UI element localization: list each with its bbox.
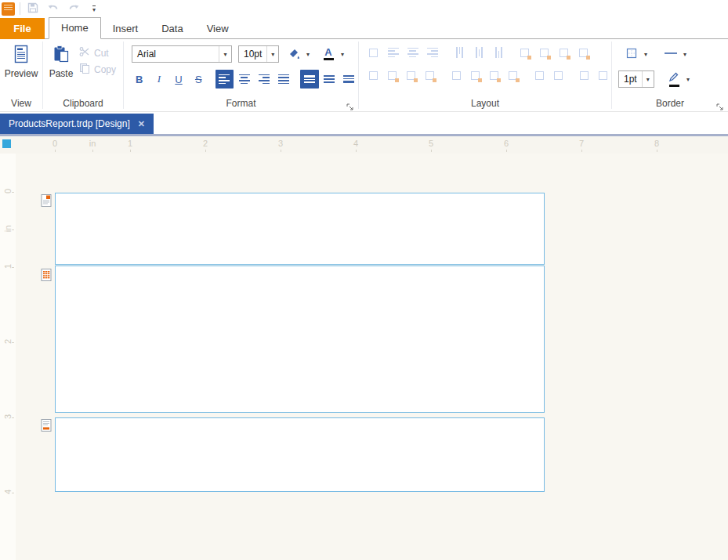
border-style-icon-button[interactable] xyxy=(662,45,679,63)
file-tab[interactable]: File xyxy=(0,18,45,39)
font-size-value: 10pt xyxy=(239,49,266,60)
format-dialog-launcher[interactable] xyxy=(346,100,354,108)
align-justify-button[interactable] xyxy=(274,70,292,89)
tab-data[interactable]: Data xyxy=(150,19,194,39)
border-color-bar xyxy=(669,85,679,87)
increase-horizontal-spacing-button[interactable] xyxy=(384,67,400,84)
page-header-section[interactable] xyxy=(55,193,545,265)
decrease-horizontal-spacing-button[interactable] xyxy=(404,67,419,84)
detail-icon[interactable] xyxy=(41,268,52,282)
preview-button[interactable]: Preview xyxy=(0,39,42,79)
detail-section[interactable] xyxy=(55,266,545,413)
underline-icon: U xyxy=(175,74,182,85)
chevron-down-icon[interactable]: ▾ xyxy=(219,46,231,62)
valign-middle-button[interactable] xyxy=(321,70,339,89)
paste-icon xyxy=(51,44,71,67)
background-color-button[interactable] xyxy=(285,45,302,63)
copy-button[interactable]: Copy xyxy=(79,63,116,76)
font-name-combo[interactable]: Arial ▾ xyxy=(132,45,232,63)
background-color-icon xyxy=(288,47,300,62)
chevron-down-icon[interactable]: ▾ xyxy=(302,51,313,58)
same-height-button[interactable] xyxy=(448,67,464,84)
save-button[interactable] xyxy=(25,1,41,16)
tab-home[interactable]: Home xyxy=(49,17,101,39)
chevron-down-icon[interactable]: ▾ xyxy=(337,51,348,58)
customize-quick-access-button[interactable]: ▾ xyxy=(86,1,102,16)
align-centers-button[interactable] xyxy=(404,45,421,61)
undo-button[interactable] xyxy=(45,1,61,16)
align-tops-button[interactable] xyxy=(451,45,467,61)
chevron-down-icon[interactable]: ▾ xyxy=(679,51,690,58)
align-right-button[interactable] xyxy=(255,70,273,89)
align-rights-button[interactable] xyxy=(424,45,440,61)
tab-view[interactable]: View xyxy=(195,19,241,39)
italic-button[interactable]: I xyxy=(150,70,168,89)
page-footer-icon[interactable] xyxy=(41,418,52,432)
remove-vertical-spacing-button[interactable] xyxy=(505,67,521,84)
chevron-down-icon[interactable]: ▾ xyxy=(642,71,654,87)
group-label-border: Border xyxy=(612,98,728,111)
decrease-vertical-spacing-button[interactable] xyxy=(487,67,502,84)
tab-insert[interactable]: Insert xyxy=(101,19,150,39)
page-footer-section[interactable] xyxy=(55,417,545,492)
ribbon: Preview View Paste Cut xyxy=(0,39,728,112)
background-color-split-button: ▾ xyxy=(285,45,313,63)
bold-button[interactable]: B xyxy=(130,70,148,89)
align-to-grid-button[interactable] xyxy=(531,67,547,84)
shrink-to-fit-button[interactable] xyxy=(575,45,592,61)
align-center-button[interactable] xyxy=(235,70,253,89)
ruler-mark: in xyxy=(89,139,96,148)
font-color-button[interactable]: A xyxy=(320,45,337,63)
redo-button[interactable] xyxy=(66,1,81,16)
border-select-button[interactable] xyxy=(623,45,640,63)
ruler-tick xyxy=(581,150,582,152)
align-tops-icon xyxy=(455,47,463,58)
font-name-value: Arial xyxy=(132,49,219,60)
send-to-back-button[interactable] xyxy=(596,67,611,84)
center-in-container-button[interactable] xyxy=(365,45,382,61)
app-logo-icon[interactable] xyxy=(2,2,15,16)
fit-width-button[interactable] xyxy=(516,45,533,61)
border-dialog-launcher[interactable] xyxy=(716,100,724,108)
ruler-mark: 2 xyxy=(3,334,13,349)
increase-vertical-spacing-button[interactable] xyxy=(467,67,483,84)
ruler-mark: 0 xyxy=(3,183,13,199)
align-middles-button[interactable] xyxy=(470,45,487,61)
border-width-combo[interactable]: 1pt ▾ xyxy=(618,70,654,88)
font-size-combo[interactable]: 10pt ▾ xyxy=(238,45,279,63)
border-color-button[interactable] xyxy=(665,70,683,89)
paste-button[interactable]: Paste xyxy=(43,39,79,79)
align-lefts-button[interactable] xyxy=(385,45,401,61)
align-left-button[interactable] xyxy=(216,70,234,89)
border-select-split-button: ▾ xyxy=(623,45,651,63)
grow-to-fit-button[interactable] xyxy=(556,45,572,61)
ruler-origin-square[interactable] xyxy=(2,139,11,148)
group-label-layout: Layout xyxy=(359,98,611,111)
close-icon[interactable]: ✕ xyxy=(138,119,145,129)
align-bottoms-button[interactable] xyxy=(490,45,506,61)
size-to-grid-button[interactable] xyxy=(550,67,566,84)
remove-horizontal-spacing-button[interactable] xyxy=(422,67,438,84)
chevron-down-icon[interactable]: ▾ xyxy=(683,76,694,83)
document-tab[interactable]: ProductsReport.trdp [Design] ✕ xyxy=(0,114,154,134)
chevron-down-icon[interactable]: ▾ xyxy=(266,46,278,62)
group-label-clipboard: Clipboard xyxy=(43,98,123,111)
chevron-down-icon[interactable]: ▾ xyxy=(640,51,651,58)
underline-button[interactable]: U xyxy=(169,70,187,89)
strikethrough-button[interactable]: S xyxy=(190,70,208,89)
same-width-button[interactable] xyxy=(365,67,381,84)
same-height-icon xyxy=(452,71,461,80)
bring-to-front-button[interactable] xyxy=(577,67,592,84)
fit-height-button[interactable] xyxy=(536,45,552,61)
ruler-mark: 1 xyxy=(128,139,132,148)
valign-top-button[interactable] xyxy=(300,70,318,89)
page-header-icon[interactable] xyxy=(41,193,52,208)
border-width-value: 1pt xyxy=(619,74,642,85)
line-style-icon xyxy=(663,47,679,62)
cut-button[interactable]: Cut xyxy=(79,46,116,60)
ruler-tick xyxy=(281,150,281,152)
align-bottoms-icon xyxy=(494,47,502,58)
valign-bottom-button[interactable] xyxy=(340,70,358,89)
paste-label: Paste xyxy=(49,68,74,79)
vertical-ruler: 0in1234 xyxy=(0,154,16,560)
